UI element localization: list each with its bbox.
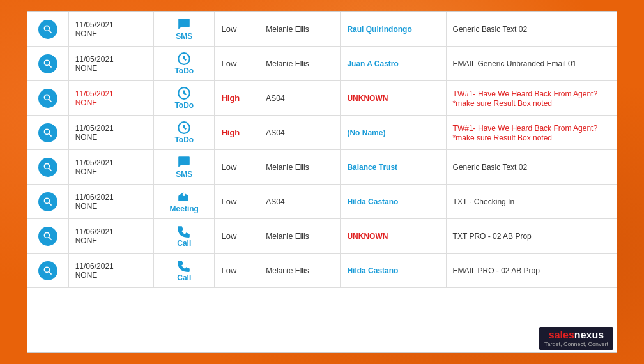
search-button[interactable]	[38, 89, 57, 108]
contact-cell[interactable]: UNKNOWN	[341, 219, 446, 254]
priority-cell: Low	[215, 185, 259, 219]
search-button[interactable]	[38, 227, 57, 246]
svg-point-13	[44, 198, 49, 203]
contact-cell[interactable]: Balance Trust	[341, 150, 446, 185]
sub-value: NONE	[75, 29, 147, 38]
template-value: TXT - Checking In	[453, 197, 514, 206]
type-cell: ToDo	[154, 116, 215, 150]
search-cell	[27, 116, 68, 150]
agent-value: AS04	[266, 197, 284, 206]
priority-value: High	[221, 128, 240, 137]
logo-box: salesnexus Target, Connect, Convert	[539, 327, 613, 350]
template-cell: Generic Basic Text 02	[446, 12, 617, 47]
svg-point-0	[44, 26, 49, 31]
svg-point-11	[44, 163, 49, 169]
template-value: TW#1- Have We Heard Back From Agent? *ma…	[453, 89, 598, 108]
search-button[interactable]	[38, 20, 57, 39]
svg-point-2	[44, 60, 49, 65]
search-cell	[27, 150, 68, 185]
agent-value: Melanie Ellis	[266, 232, 309, 241]
contact-cell[interactable]: Juan A Castro	[341, 47, 446, 81]
agent-cell: Melanie Ellis	[259, 254, 341, 288]
search-cell	[27, 81, 68, 116]
date-cell: 11/05/2021 NONE	[68, 12, 153, 47]
priority-cell: High	[215, 116, 259, 150]
contact-cell[interactable]: (No Name)	[341, 116, 446, 150]
table-row: 11/06/2021 NONE Meeting Low AS04 Hilda C…	[27, 185, 617, 219]
table-row: 11/05/2021 NONE ToDo High AS04 UNKNOWN T…	[27, 81, 617, 116]
date-cell: 11/06/2021 NONE	[68, 254, 153, 288]
svg-line-17	[49, 237, 51, 239]
contact-link[interactable]: Raul Quirindongo	[347, 25, 411, 34]
type-cell: Call	[154, 219, 215, 254]
template-cell: TXT PRO - 02 AB Prop	[446, 219, 617, 254]
date-cell: 11/06/2021 NONE	[68, 219, 153, 254]
sub-value: NONE	[75, 271, 147, 280]
svg-line-9	[49, 133, 51, 136]
agent-value: Melanie Ellis	[266, 266, 309, 275]
date-value: 11/05/2021	[75, 55, 147, 64]
sub-value: NONE	[75, 98, 147, 107]
search-button[interactable]	[38, 192, 57, 211]
contact-link[interactable]: (No Name)	[347, 128, 385, 137]
date-cell: 11/05/2021 NONE	[68, 81, 153, 116]
type-cell: ToDo	[154, 81, 215, 116]
search-cell	[27, 12, 68, 47]
search-button[interactable]	[38, 261, 57, 280]
sub-value: NONE	[75, 167, 147, 176]
logo-tagline: Target, Connect, Convert	[544, 341, 608, 347]
template-cell: TW#1- Have We Heard Back From Agent? *ma…	[446, 116, 617, 150]
sub-value: NONE	[75, 202, 147, 211]
table-row: 11/06/2021 NONE Call Low Melanie Ellis H…	[27, 254, 617, 288]
svg-line-12	[49, 168, 51, 171]
contact-link[interactable]: Balance Trust	[347, 163, 397, 172]
table-row: 11/05/2021 NONE ToDo High AS04 (No Name)…	[27, 116, 617, 150]
agent-value: Melanie Ellis	[266, 163, 309, 172]
priority-value: Low	[221, 59, 236, 68]
sub-value: NONE	[75, 133, 147, 142]
priority-value: Low	[221, 197, 236, 206]
table-row: 11/05/2021 NONE ToDo Low Melanie Ellis J…	[27, 47, 617, 81]
agent-cell: AS04	[259, 81, 341, 116]
priority-cell: Low	[215, 12, 259, 47]
search-cell	[27, 219, 68, 254]
contact-link[interactable]: Hilda Castano	[347, 197, 398, 206]
contact-cell[interactable]: Raul Quirindongo	[341, 12, 446, 47]
agent-value: AS04	[266, 128, 284, 137]
search-button[interactable]	[38, 158, 57, 177]
svg-line-14	[49, 202, 51, 205]
priority-cell: Low	[215, 254, 259, 288]
svg-line-19	[49, 271, 51, 274]
contact-cell[interactable]: Hilda Castano	[341, 185, 446, 219]
agent-cell: Melanie Ellis	[259, 219, 341, 254]
date-cell: 11/05/2021 NONE	[68, 47, 153, 81]
contact-link[interactable]: UNKNOWN	[347, 94, 388, 103]
contact-link[interactable]: Hilda Castano	[347, 266, 398, 275]
type-cell: SMS	[154, 150, 215, 185]
search-cell	[27, 254, 68, 288]
svg-point-5	[44, 95, 49, 100]
template-cell: TXT - Checking In	[446, 185, 617, 219]
template-value: TW#1- Have We Heard Back From Agent? *ma…	[453, 124, 598, 142]
contact-cell[interactable]: UNKNOWN	[341, 81, 446, 116]
logo-text: salesnexus	[544, 330, 608, 341]
contact-cell[interactable]: Hilda Castano	[341, 254, 446, 288]
type-cell: ToDo	[154, 47, 215, 81]
agent-cell: AS04	[259, 185, 341, 219]
agent-cell: AS04	[259, 116, 341, 150]
date-value: 11/06/2021	[75, 262, 147, 271]
priority-value: Low	[221, 24, 236, 34]
search-cell	[27, 47, 68, 81]
search-button[interactable]	[38, 123, 57, 142]
contact-link[interactable]: Juan A Castro	[347, 59, 398, 68]
date-value: 11/05/2021	[75, 158, 147, 167]
agent-cell: Melanie Ellis	[259, 12, 341, 47]
svg-line-3	[49, 64, 51, 67]
table-row: 11/05/2021 NONE SMS Low Melanie Ellis Ra…	[27, 12, 617, 47]
sub-value: NONE	[75, 236, 147, 245]
priority-cell: High	[215, 81, 259, 116]
template-value: EMAIL PRO - 02 AB Prop	[453, 266, 540, 275]
contact-link[interactable]: UNKNOWN	[347, 232, 388, 241]
table-row: 11/06/2021 NONE Call Low Melanie Ellis U…	[27, 219, 617, 254]
search-button[interactable]	[38, 54, 57, 73]
